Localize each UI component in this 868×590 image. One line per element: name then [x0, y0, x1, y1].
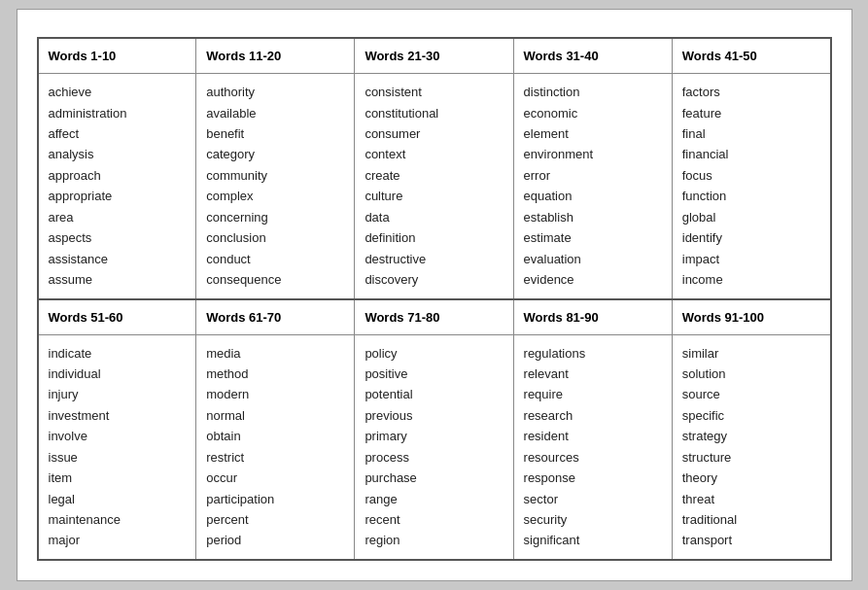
column-header: Words 51-60 [38, 299, 196, 335]
column-header: Words 11-20 [196, 38, 355, 74]
column-header: Words 31-40 [513, 38, 672, 74]
column-header: Words 61-70 [196, 299, 355, 335]
word-cell: policypositivepotentialpreviousprimarypr… [355, 334, 513, 560]
column-header: Words 81-90 [513, 299, 672, 335]
column-header: Words 41-50 [672, 38, 830, 74]
word-cell: distinctioneconomicelementenvironmenterr… [513, 74, 672, 299]
word-cell: mediamethodmodernnormalobtainrestrictocc… [196, 334, 355, 560]
column-header: Words 71-80 [355, 299, 513, 335]
word-cell: consistentconstitutionalconsumercontextc… [355, 74, 513, 299]
column-header: Words 21-30 [355, 38, 513, 74]
column-header: Words 1-10 [38, 38, 196, 74]
table-row: indicateindividualinjuryinvestmentinvolv… [38, 334, 831, 560]
table-row: achieveadministrationaffectanalysisappro… [38, 74, 831, 299]
word-cell: achieveadministrationaffectanalysisappro… [38, 74, 196, 299]
word-cell: indicateindividualinjuryinvestmentinvolv… [38, 334, 196, 560]
word-table: Words 1-10Words 11-20Words 21-30Words 31… [37, 37, 832, 561]
word-cell: regulationsrelevantrequireresearchreside… [513, 334, 672, 560]
word-cell: authorityavailablebenefitcategorycommuni… [196, 74, 355, 299]
word-cell: factorsfeaturefinalfinancialfocusfunctio… [672, 74, 830, 299]
word-cell: similarsolutionsourcespecificstrategystr… [672, 334, 830, 560]
page-container: Words 1-10Words 11-20Words 21-30Words 31… [17, 9, 852, 581]
column-header: Words 91-100 [672, 299, 830, 335]
